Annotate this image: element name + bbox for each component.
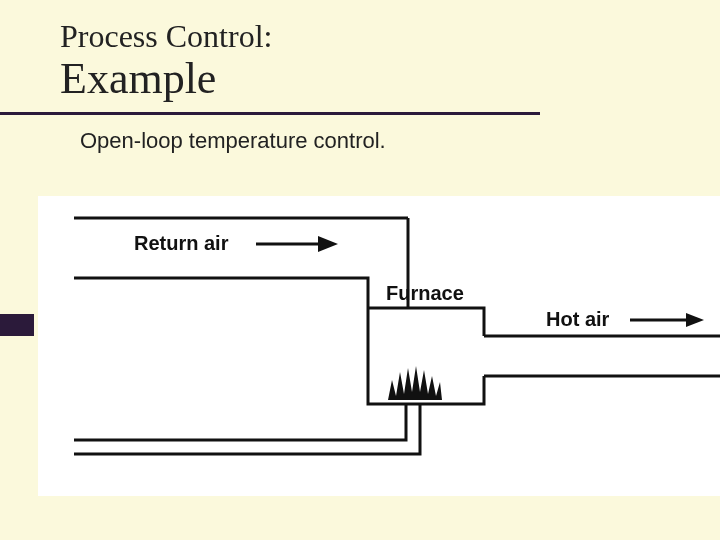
- hot-air-arrow-icon: [630, 313, 704, 327]
- svg-marker-5: [318, 236, 338, 252]
- hot-air-label: Hot air: [546, 308, 610, 330]
- flame-icon: [388, 366, 442, 400]
- svg-marker-7: [686, 313, 704, 327]
- return-air-label: Return air: [134, 232, 229, 254]
- heading-underline: [0, 112, 540, 115]
- return-air-arrow-icon: [256, 236, 338, 252]
- furnace-label: Furnace: [386, 282, 464, 304]
- return-air-duct: [74, 218, 408, 308]
- diagram-figure: Return air Furnace Hot air: [38, 196, 720, 496]
- fuel-line: [74, 404, 420, 454]
- slide-subtitle: Open-loop temperature control.: [80, 128, 386, 154]
- left-accent-bar: [0, 314, 34, 336]
- open-loop-furnace-diagram: Return air Furnace Hot air: [38, 196, 720, 496]
- heading-title: Example: [60, 53, 272, 104]
- slide-heading: Process Control: Example: [60, 18, 272, 104]
- hot-air-duct: [484, 336, 720, 376]
- heading-kicker: Process Control:: [60, 18, 272, 55]
